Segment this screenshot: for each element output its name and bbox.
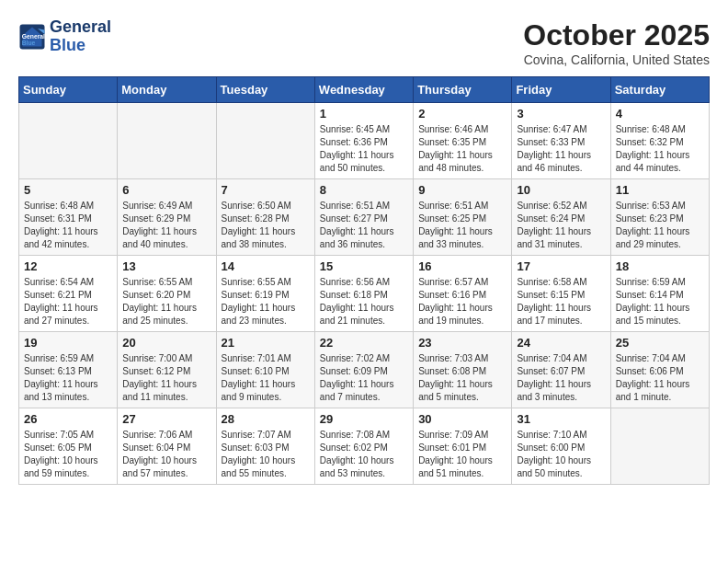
calendar-cell: 27Sunrise: 7:06 AM Sunset: 6:04 PM Dayli… [118, 408, 216, 485]
day-info: Sunrise: 6:57 AM Sunset: 6:16 PM Dayligh… [418, 276, 506, 327]
calendar-cell: 30Sunrise: 7:09 AM Sunset: 6:01 PM Dayli… [414, 408, 512, 485]
day-number: 5 [24, 183, 112, 197]
day-info: Sunrise: 6:56 AM Sunset: 6:18 PM Dayligh… [320, 276, 408, 327]
day-header-saturday: Saturday [610, 77, 709, 103]
calendar-cell: 29Sunrise: 7:08 AM Sunset: 6:02 PM Dayli… [314, 408, 413, 485]
day-number: 18 [616, 259, 704, 273]
day-number: 6 [122, 183, 210, 197]
day-header-monday: Monday [118, 77, 216, 103]
calendar-cell: 7Sunrise: 6:50 AM Sunset: 6:28 PM Daylig… [216, 179, 314, 256]
day-info: Sunrise: 7:01 AM Sunset: 6:10 PM Dayligh… [222, 352, 310, 404]
calendar-cell: 15Sunrise: 6:56 AM Sunset: 6:18 PM Dayli… [314, 256, 413, 332]
day-info: Sunrise: 7:08 AM Sunset: 6:02 PM Dayligh… [320, 429, 408, 480]
day-info: Sunrise: 7:04 AM Sunset: 6:06 PM Dayligh… [616, 352, 704, 404]
day-info: Sunrise: 6:46 AM Sunset: 6:35 PM Dayligh… [418, 123, 506, 175]
calendar-cell: 5Sunrise: 6:48 AM Sunset: 6:31 PM Daylig… [19, 179, 118, 256]
week-row-2: 12Sunrise: 6:54 AM Sunset: 6:21 PM Dayli… [19, 256, 710, 332]
calendar-cell: 28Sunrise: 7:07 AM Sunset: 6:03 PM Dayli… [216, 408, 314, 485]
day-number: 21 [222, 336, 310, 350]
calendar-cell: 14Sunrise: 6:55 AM Sunset: 6:19 PM Dayli… [216, 256, 314, 332]
calendar-cell [216, 103, 314, 179]
days-header-row: SundayMondayTuesdayWednesdayThursdayFrid… [19, 77, 710, 103]
calendar-cell: 2Sunrise: 6:46 AM Sunset: 6:35 PM Daylig… [414, 103, 512, 179]
calendar-cell [610, 408, 709, 485]
calendar-cell: 18Sunrise: 6:59 AM Sunset: 6:14 PM Dayli… [610, 256, 709, 332]
day-info: Sunrise: 7:04 AM Sunset: 6:07 PM Dayligh… [517, 352, 605, 404]
calendar: SundayMondayTuesdayWednesdayThursdayFrid… [18, 76, 710, 485]
day-number: 28 [222, 412, 310, 426]
day-number: 12 [24, 259, 112, 273]
calendar-cell [118, 103, 216, 179]
location: Covina, California, United States [523, 52, 710, 67]
week-row-4: 26Sunrise: 7:05 AM Sunset: 6:05 PM Dayli… [19, 408, 710, 485]
day-info: Sunrise: 6:45 AM Sunset: 6:36 PM Dayligh… [320, 123, 408, 175]
day-number: 27 [122, 412, 210, 426]
day-info: Sunrise: 7:07 AM Sunset: 6:03 PM Dayligh… [222, 429, 310, 480]
day-info: Sunrise: 7:05 AM Sunset: 6:05 PM Dayligh… [24, 429, 112, 480]
day-header-tuesday: Tuesday [216, 77, 314, 103]
page: General Blue General Blue October 2025 C… [0, 0, 728, 563]
logo-text: General Blue [50, 18, 111, 55]
day-number: 26 [24, 412, 112, 426]
day-number: 2 [418, 107, 506, 121]
day-info: Sunrise: 6:58 AM Sunset: 6:15 PM Dayligh… [517, 276, 605, 327]
calendar-cell [19, 103, 118, 179]
day-number: 31 [517, 412, 605, 426]
calendar-cell: 9Sunrise: 6:51 AM Sunset: 6:25 PM Daylig… [414, 179, 512, 256]
day-header-sunday: Sunday [19, 77, 118, 103]
calendar-cell: 25Sunrise: 7:04 AM Sunset: 6:06 PM Dayli… [610, 332, 709, 408]
calendar-cell: 13Sunrise: 6:55 AM Sunset: 6:20 PM Dayli… [118, 256, 216, 332]
day-info: Sunrise: 6:52 AM Sunset: 6:24 PM Dayligh… [517, 200, 605, 251]
calendar-cell: 3Sunrise: 6:47 AM Sunset: 6:33 PM Daylig… [512, 103, 610, 179]
calendar-cell: 1Sunrise: 6:45 AM Sunset: 6:36 PM Daylig… [314, 103, 413, 179]
day-number: 9 [418, 183, 506, 197]
day-number: 23 [418, 336, 506, 350]
day-number: 7 [222, 183, 310, 197]
day-number: 22 [320, 336, 408, 350]
day-info: Sunrise: 6:55 AM Sunset: 6:19 PM Dayligh… [222, 276, 310, 327]
logo-icon: General Blue [18, 23, 46, 51]
day-info: Sunrise: 6:47 AM Sunset: 6:33 PM Dayligh… [517, 123, 605, 175]
logo: General Blue General Blue [18, 18, 111, 55]
day-number: 16 [418, 259, 506, 273]
day-info: Sunrise: 6:48 AM Sunset: 6:32 PM Dayligh… [616, 123, 704, 175]
calendar-cell: 22Sunrise: 7:02 AM Sunset: 6:09 PM Dayli… [314, 332, 413, 408]
day-number: 30 [418, 412, 506, 426]
day-info: Sunrise: 6:51 AM Sunset: 6:27 PM Dayligh… [320, 200, 408, 251]
calendar-cell: 24Sunrise: 7:04 AM Sunset: 6:07 PM Dayli… [512, 332, 610, 408]
day-number: 14 [222, 259, 310, 273]
day-number: 11 [616, 183, 704, 197]
day-number: 25 [616, 336, 704, 350]
week-row-1: 5Sunrise: 6:48 AM Sunset: 6:31 PM Daylig… [19, 179, 710, 256]
day-info: Sunrise: 6:50 AM Sunset: 6:28 PM Dayligh… [222, 200, 310, 251]
calendar-cell: 19Sunrise: 6:59 AM Sunset: 6:13 PM Dayli… [19, 332, 118, 408]
day-info: Sunrise: 7:00 AM Sunset: 6:12 PM Dayligh… [122, 352, 210, 404]
calendar-cell: 23Sunrise: 7:03 AM Sunset: 6:08 PM Dayli… [414, 332, 512, 408]
day-number: 15 [320, 259, 408, 273]
day-number: 10 [517, 183, 605, 197]
calendar-cell: 4Sunrise: 6:48 AM Sunset: 6:32 PM Daylig… [610, 103, 709, 179]
day-number: 3 [517, 107, 605, 121]
calendar-cell: 17Sunrise: 6:58 AM Sunset: 6:15 PM Dayli… [512, 256, 610, 332]
month-title: October 2025 [523, 18, 710, 52]
calendar-cell: 6Sunrise: 6:49 AM Sunset: 6:29 PM Daylig… [118, 179, 216, 256]
day-number: 1 [320, 107, 408, 121]
svg-text:Blue: Blue [22, 40, 36, 46]
calendar-cell: 10Sunrise: 6:52 AM Sunset: 6:24 PM Dayli… [512, 179, 610, 256]
day-info: Sunrise: 6:51 AM Sunset: 6:25 PM Dayligh… [418, 200, 506, 251]
day-header-wednesday: Wednesday [314, 77, 413, 103]
day-info: Sunrise: 7:09 AM Sunset: 6:01 PM Dayligh… [418, 429, 506, 480]
calendar-cell: 11Sunrise: 6:53 AM Sunset: 6:23 PM Dayli… [610, 179, 709, 256]
day-header-thursday: Thursday [414, 77, 512, 103]
calendar-cell: 26Sunrise: 7:05 AM Sunset: 6:05 PM Dayli… [19, 408, 118, 485]
day-info: Sunrise: 6:48 AM Sunset: 6:31 PM Dayligh… [24, 200, 112, 251]
calendar-cell: 31Sunrise: 7:10 AM Sunset: 6:00 PM Dayli… [512, 408, 610, 485]
day-info: Sunrise: 6:54 AM Sunset: 6:21 PM Dayligh… [24, 276, 112, 327]
calendar-cell: 21Sunrise: 7:01 AM Sunset: 6:10 PM Dayli… [216, 332, 314, 408]
calendar-cell: 8Sunrise: 6:51 AM Sunset: 6:27 PM Daylig… [314, 179, 413, 256]
week-row-0: 1Sunrise: 6:45 AM Sunset: 6:36 PM Daylig… [19, 103, 710, 179]
day-number: 8 [320, 183, 408, 197]
day-info: Sunrise: 7:03 AM Sunset: 6:08 PM Dayligh… [418, 352, 506, 404]
day-number: 13 [122, 259, 210, 273]
calendar-cell: 12Sunrise: 6:54 AM Sunset: 6:21 PM Dayli… [19, 256, 118, 332]
